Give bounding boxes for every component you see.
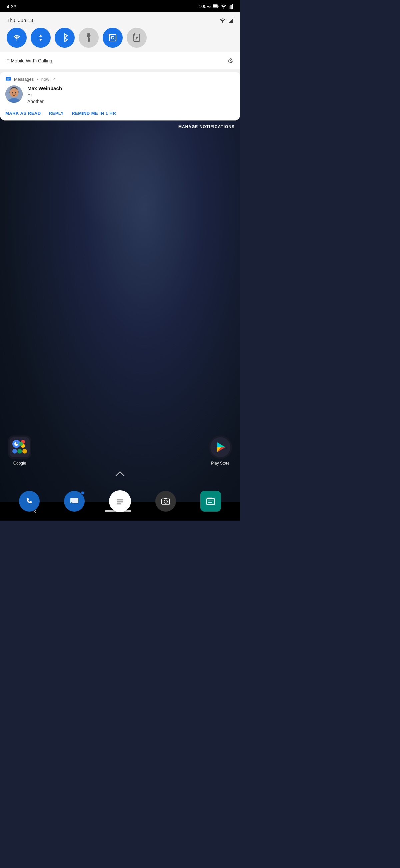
avatar-face-svg xyxy=(5,86,23,103)
battery-icon xyxy=(213,4,219,8)
status-icons-qs xyxy=(219,18,233,23)
svg-rect-41 xyxy=(207,499,215,504)
chevron-up-icon xyxy=(115,470,125,477)
svg-point-23 xyxy=(14,94,15,94)
quick-settings-panel: Thu, Jun 13 xyxy=(0,12,240,52)
svg-rect-5 xyxy=(231,5,232,9)
google-apps-icon xyxy=(10,437,30,457)
flashlight-tile-icon xyxy=(84,33,93,42)
notification-actions: MARK AS READ REPLY REMIND ME IN 1 HR xyxy=(0,108,240,121)
dock-files[interactable] xyxy=(200,491,221,512)
qs-tile-rotate[interactable] xyxy=(103,28,123,48)
dock-assistant-fab[interactable] xyxy=(109,490,131,512)
sender-name: Max Weinbach xyxy=(27,86,235,91)
assistant-icon xyxy=(115,496,125,506)
svg-rect-4 xyxy=(230,5,231,9)
quick-settings-tiles xyxy=(7,28,233,48)
wifi-calling-text: T-Mobile Wi-Fi Calling xyxy=(7,58,52,63)
svg-rect-2 xyxy=(213,5,217,8)
quick-settings-header: Thu, Jun 13 xyxy=(7,18,233,23)
messages-app-icon xyxy=(5,76,11,82)
svg-rect-3 xyxy=(229,6,230,9)
status-wifi-icon xyxy=(221,4,227,9)
notification-app-name: Messages xyxy=(14,77,34,82)
svg-point-32 xyxy=(22,449,27,454)
svg-rect-24 xyxy=(10,437,30,457)
google-app[interactable]: Google xyxy=(8,435,31,466)
reply-button[interactable]: REPLY xyxy=(49,111,64,116)
svg-point-12 xyxy=(111,36,114,39)
play-store-app[interactable]: Play Store xyxy=(209,435,232,466)
camera-icon xyxy=(161,496,171,506)
phone-icon xyxy=(24,496,34,506)
dock-messages-wrapper[interactable] xyxy=(64,491,85,512)
app-drawer-arrow[interactable] xyxy=(115,470,125,479)
notification-time: • xyxy=(37,77,39,82)
files-icon xyxy=(206,496,216,506)
message-line-2: Another xyxy=(27,98,235,105)
home-app-icons: Google Play Store xyxy=(0,435,240,466)
message-line-1: Hi xyxy=(27,92,235,98)
rotate-tile-icon xyxy=(108,33,117,42)
qs-tile-flashlight[interactable] xyxy=(79,28,99,48)
svg-point-22 xyxy=(15,92,16,93)
manage-notifications-bar[interactable]: MANAGE NOTIFICATIONS xyxy=(0,121,240,132)
dock-camera[interactable] xyxy=(155,491,176,512)
battery-percentage: 100% xyxy=(199,4,211,9)
qs-wifi-status xyxy=(219,18,226,23)
sender-avatar xyxy=(5,86,23,103)
svg-rect-11 xyxy=(109,34,116,41)
remind-button[interactable]: REMIND ME IN 1 HR xyxy=(72,111,116,116)
play-store-icon-circle[interactable] xyxy=(209,435,232,459)
notification-body: Max Weinbach Hi Another xyxy=(0,84,240,108)
status-bar: 4:33 100% xyxy=(0,0,240,12)
notification-content: Max Weinbach Hi Another xyxy=(27,86,235,105)
svg-rect-6 xyxy=(232,4,233,9)
wifi-calling-settings-icon[interactable]: ⚙ xyxy=(227,57,233,65)
qs-tile-bluetooth[interactable] xyxy=(55,28,75,48)
play-store-label: Play Store xyxy=(211,461,229,466)
svg-rect-9 xyxy=(87,33,90,35)
qs-tile-wifi[interactable] xyxy=(7,28,27,48)
mark-as-read-button[interactable]: MARK AS READ xyxy=(5,111,41,116)
home-screen: Google Play Store xyxy=(0,132,240,521)
google-icon-circle[interactable] xyxy=(8,435,31,459)
manage-notifications-label[interactable]: MANAGE NOTIFICATIONS xyxy=(178,124,235,129)
status-signal-icon xyxy=(229,4,233,9)
notification-shade: Thu, Jun 13 xyxy=(0,12,240,121)
svg-point-31 xyxy=(17,449,22,454)
google-label: Google xyxy=(13,461,26,466)
expand-icon[interactable]: ^ xyxy=(53,77,55,82)
wifi-tile-icon xyxy=(12,33,21,42)
medical-tile-icon xyxy=(132,33,141,42)
dock-phone[interactable] xyxy=(19,491,40,512)
avatar-inner xyxy=(5,86,23,103)
status-time: 4:33 xyxy=(7,4,16,9)
messages-icon xyxy=(69,496,79,506)
svg-rect-10 xyxy=(88,37,90,42)
notification-dot xyxy=(81,491,85,495)
notification-header: Messages • now ^ xyxy=(0,72,240,84)
svg-rect-1 xyxy=(218,6,219,7)
svg-point-21 xyxy=(12,92,13,93)
notification-card: Messages • now ^ xyxy=(0,72,240,121)
bluetooth-tile-icon xyxy=(60,33,69,42)
dock xyxy=(0,490,240,512)
notification-time-value: now xyxy=(41,77,49,82)
data-tile-icon xyxy=(36,33,45,42)
qs-signal-status xyxy=(228,18,233,23)
qs-tile-data[interactable] xyxy=(31,28,51,48)
date-display: Thu, Jun 13 xyxy=(7,18,33,23)
play-store-icon xyxy=(210,437,230,457)
wifi-calling-bar: T-Mobile Wi-Fi Calling ⚙ xyxy=(0,52,240,69)
svg-point-28 xyxy=(19,442,23,446)
qs-tile-medical[interactable] xyxy=(127,28,147,48)
svg-point-39 xyxy=(164,500,167,503)
status-icons: 100% xyxy=(199,4,233,9)
